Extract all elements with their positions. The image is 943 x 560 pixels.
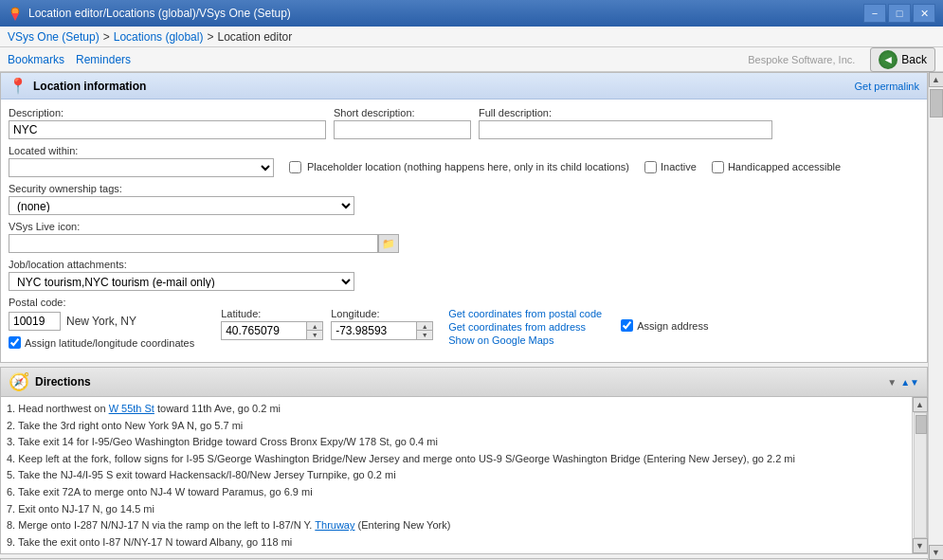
postal-code-input[interactable] <box>9 312 61 331</box>
description-row: Description: Short description: Full des… <box>9 107 919 139</box>
placeholder-checkbox[interactable] <box>289 161 301 173</box>
assign-address-checkbox[interactable] <box>621 319 633 332</box>
latitude-label: Latitude: <box>221 308 323 319</box>
directions-scroll-container: 1. Head northwest on W 55th St toward 11… <box>1 397 927 553</box>
toolbar-links: Bookmarks Reminders <box>8 53 131 66</box>
handicapped-label: Handicapped accessible <box>728 161 841 172</box>
vsys-live-input[interactable] <box>9 234 378 253</box>
location-info-section: 📍 Location information Get permalink Des… <box>0 72 928 363</box>
main-content: 📍 Location information Get permalink Des… <box>0 72 943 560</box>
directions-title: Directions <box>35 375 91 388</box>
maximize-button[interactable]: □ <box>888 4 911 23</box>
location-info-title-text: Location information <box>33 80 146 93</box>
directions-line-4: 4. Keep left at the fork, follow signs f… <box>7 451 906 468</box>
longitude-input[interactable] <box>331 321 416 340</box>
company-name: Bespoke Software, Inc. <box>748 54 855 65</box>
show-google-maps-link[interactable]: Show on Google Maps <box>448 334 602 346</box>
scroll-up-arrow[interactable]: ▲ <box>913 397 928 412</box>
directions-line-2: 2. Take the 3rd right onto New York 9A N… <box>7 418 906 435</box>
located-within-select[interactable] <box>9 158 274 177</box>
title-bar: Location editor/Locations (global)/VSys … <box>0 0 943 27</box>
longitude-label: Longitude: <box>331 308 433 319</box>
directions-line-8: 8. Merge onto I-287 N/NJ-17 N via the ra… <box>7 517 906 534</box>
reminders-link[interactable]: Reminders <box>76 53 131 66</box>
full-desc-label: Full description: <box>479 107 772 118</box>
breadcrumb-locations[interactable]: Locations (global) <box>114 30 204 44</box>
location-info-body: Description: Short description: Full des… <box>1 99 927 362</box>
directions-line-6: 6. Take exit 72A to merge onto NJ-4 W to… <box>7 484 906 501</box>
assign-lat-lng-checkbox[interactable] <box>9 336 21 349</box>
permalink-link[interactable]: Get permalink <box>855 81 919 92</box>
inactive-checkbox[interactable] <box>644 161 657 173</box>
title-bar-text: Location editor/Locations (global)/VSys … <box>28 7 291 20</box>
inactive-label: Inactive <box>661 161 697 172</box>
get-coords-address-link[interactable]: Get coordinates from address <box>448 321 602 333</box>
directions-line-7: 7. Exit onto NJ-17 N, go 14.5 mi <box>7 501 906 518</box>
placeholder-label: Placeholder location (nothing happens he… <box>307 161 629 172</box>
assign-address-label: Assign address <box>637 320 708 332</box>
folder-icon: 📁 <box>382 238 395 250</box>
scroll-thumb[interactable] <box>916 415 927 434</box>
directions-line-1: 1. Head northwest on W 55th St toward 11… <box>7 401 906 418</box>
directions-line-9: 9. Take the exit onto I-87 N/NY-17 N tow… <box>7 534 906 551</box>
app-icon <box>8 6 23 21</box>
located-within-label: Located within: <box>9 145 274 156</box>
breadcrumb-vsys[interactable]: VSys One (Setup) <box>8 30 100 44</box>
latitude-down[interactable]: ▼ <box>307 331 322 339</box>
description-label: Description: <box>9 107 326 118</box>
directions-section: 🧭 Directions ▼ ▲▼ 1. Head northwest on W… <box>0 367 928 554</box>
browse-button[interactable]: 📁 <box>378 234 399 253</box>
handicapped-checkbox[interactable] <box>712 161 724 173</box>
latitude-input[interactable] <box>221 321 306 340</box>
get-coords-postal-link[interactable]: Get coordinates from postal code <box>448 308 602 319</box>
main-scrollbar[interactable]: ▲ ▼ <box>928 72 943 560</box>
main-scroll-up[interactable]: ▲ <box>929 72 944 87</box>
main-scroll-thumb[interactable] <box>930 89 943 117</box>
breadcrumb-current: Location editor <box>217 30 292 44</box>
menu-bar: VSys One (Setup) > Locations (global) > … <box>0 27 943 47</box>
directions-icon: 🧭 <box>9 371 29 392</box>
description-input[interactable] <box>9 120 326 139</box>
bookmarks-link[interactable]: Bookmarks <box>8 53 64 66</box>
back-button[interactable]: ◄ Back <box>870 47 935 72</box>
vsys-live-label: VSys Live icon: <box>9 221 399 232</box>
scroll-track[interactable] <box>914 412 927 538</box>
directions-body: 1. Head northwest on W 55th St toward 11… <box>1 397 912 553</box>
security-tags-row: Security ownership tags: (none) <box>9 183 919 215</box>
window-controls: − □ ✕ <box>863 4 935 23</box>
attachments-select[interactable]: NYC tourism,NYC tourism (e-mail only) <box>9 272 354 291</box>
directions-header[interactable]: 🧭 Directions ▼ ▲▼ <box>1 368 927 397</box>
content-area: 📍 Location information Get permalink Des… <box>0 72 928 560</box>
directions-collapse-icon: ▼ <box>887 377 897 388</box>
assign-lat-lng-label: Assign latitude/longitude coordinates <box>25 337 194 349</box>
main-scroll-down[interactable]: ▼ <box>929 545 944 560</box>
close-button[interactable]: ✕ <box>913 4 935 23</box>
latitude-spinner[interactable]: ▲ ▼ <box>306 321 323 340</box>
short-desc-input[interactable] <box>334 120 471 139</box>
toolbar: Bookmarks Reminders Bespoke Software, In… <box>0 47 943 72</box>
security-tags-label: Security ownership tags: <box>9 183 354 194</box>
longitude-down[interactable]: ▼ <box>417 331 432 339</box>
short-desc-label: Short description: <box>334 107 471 118</box>
located-within-row: Located within: Placeholder location (no… <box>9 145 919 177</box>
directions-line-10: 10. Continue onto Governor Thomas E. Dew… <box>7 551 906 553</box>
security-tags-select[interactable]: (none) <box>9 196 354 215</box>
location-info-header: 📍 Location information Get permalink <box>1 73 927 99</box>
latitude-up[interactable]: ▲ <box>307 322 322 331</box>
minimize-button[interactable]: − <box>863 4 886 23</box>
breadcrumb: VSys One (Setup) > Locations (global) > … <box>8 30 292 44</box>
directions-scrollbar[interactable]: ▲ ▼ <box>912 397 927 553</box>
postal-lat-lng-row: Postal code: New York, NY Assign latitud… <box>9 297 919 349</box>
attachments-label: Job/location attachments: <box>9 259 354 270</box>
vsys-live-row: VSys Live icon: 📁 <box>9 221 919 253</box>
location-pin-icon: 📍 <box>9 77 27 95</box>
directions-line-3: 3. Take exit 14 for I-95/Geo Washington … <box>7 434 906 451</box>
scroll-down-arrow[interactable]: ▼ <box>913 538 928 553</box>
attachments-row: Job/location attachments: NYC tourism,NY… <box>9 259 919 291</box>
back-arrow-icon: ◄ <box>879 50 898 69</box>
directions-line-5: 5. Take the NJ-4/I-95 S exit toward Hack… <box>7 467 906 484</box>
full-desc-input[interactable] <box>479 120 772 139</box>
longitude-spinner[interactable]: ▲ ▼ <box>416 321 433 340</box>
postal-code-label: Postal code: <box>9 297 194 308</box>
longitude-up[interactable]: ▲ <box>417 322 432 331</box>
